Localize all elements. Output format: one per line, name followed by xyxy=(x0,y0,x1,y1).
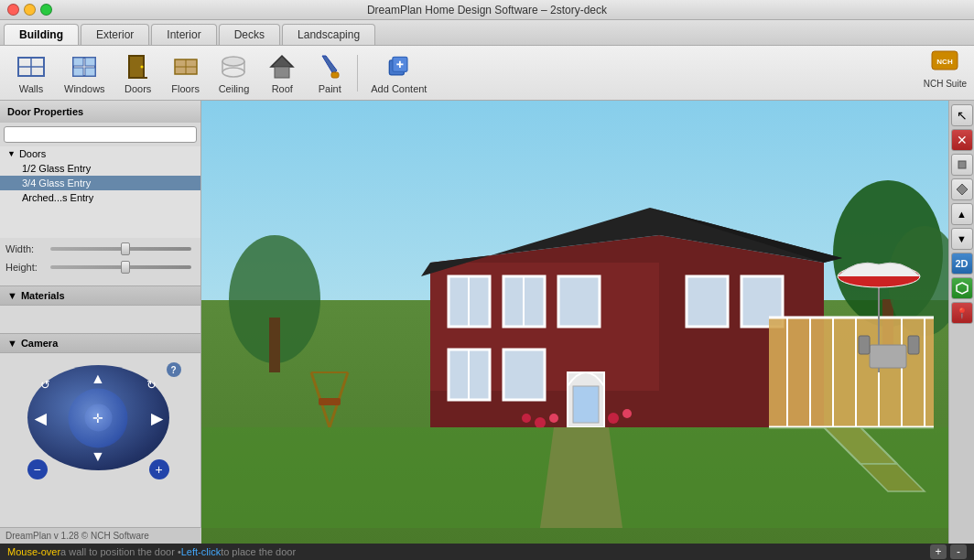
svg-marker-81 xyxy=(957,283,968,294)
camera-help-button[interactable]: ? xyxy=(167,362,181,377)
minimize-button[interactable] xyxy=(24,4,36,16)
width-slider[interactable] xyxy=(50,247,191,251)
left-panel: Door Properties ▼ Doors 1/2 Glass Entry … xyxy=(0,101,201,544)
half-glass-label: 1/2 Glass Entry xyxy=(22,163,91,174)
pin-button[interactable]: 📍 xyxy=(951,302,973,324)
tab-bar: Building Exterior Interior Decks Landsca… xyxy=(0,20,974,46)
select-tool-button[interactable]: ↖ xyxy=(951,104,973,126)
svg-point-75 xyxy=(522,414,531,423)
door-tree: ▼ Doors 1/2 Glass Entry 3/4 Glass Entry … xyxy=(0,146,200,238)
camera-rotate-left-button[interactable]: ↺ xyxy=(40,378,50,392)
floor-up-button[interactable]: ▲ xyxy=(951,203,973,225)
floors-icon xyxy=(171,52,200,81)
camera-inner-ring[interactable]: ✛ xyxy=(69,388,128,447)
scene-background xyxy=(201,101,948,544)
svg-rect-78 xyxy=(201,427,948,528)
2d-view-button[interactable]: 2D xyxy=(951,253,973,275)
house-svg xyxy=(201,101,948,544)
camera-section: ? ▲ ▼ ◀ ▶ ↺ ↻ xyxy=(0,353,200,487)
tree-arched-entry[interactable]: Arched...s Entry xyxy=(0,190,200,205)
tree-half-glass[interactable]: 1/2 Glass Entry xyxy=(0,161,200,176)
zoom-controls: − + xyxy=(27,459,169,479)
windows-label: Windows xyxy=(64,83,105,94)
svg-rect-48 xyxy=(573,386,599,423)
3d-view-button[interactable] xyxy=(951,277,973,299)
ceiling-icon xyxy=(219,52,248,81)
3d-viewport[interactable] xyxy=(201,101,948,544)
svg-rect-19 xyxy=(275,67,289,78)
height-slider[interactable] xyxy=(50,265,191,269)
search-section xyxy=(0,123,200,146)
zoom-in-button[interactable]: + xyxy=(930,544,947,559)
camera-rotate-right-button[interactable]: ↻ xyxy=(146,378,157,392)
floors-label: Floors xyxy=(171,83,200,94)
svg-rect-72 xyxy=(319,398,341,405)
tab-decks[interactable]: Decks xyxy=(219,24,280,45)
camera-outer-ring[interactable]: ▲ ▼ ◀ ▶ ↺ ↻ xyxy=(27,365,169,470)
material-button[interactable] xyxy=(951,178,973,200)
materials-section-header[interactable]: ▼ Materials xyxy=(0,285,200,306)
toolbar-floors[interactable]: Floors xyxy=(162,48,210,98)
right-toolbar: ↖ ✕ ▲ ▼ 2D 📍 xyxy=(948,101,974,544)
height-thumb[interactable] xyxy=(121,261,130,274)
walls-icon xyxy=(16,52,46,81)
svg-point-73 xyxy=(535,417,546,428)
windows-icon xyxy=(70,52,99,81)
version-bar: DreamPlan v 1.28 © NCH Software xyxy=(0,527,201,544)
svg-point-76 xyxy=(608,413,619,424)
maximize-button[interactable] xyxy=(40,4,52,16)
tab-building[interactable]: Building xyxy=(4,24,79,45)
nch-suite-button[interactable]: NCH NCH Suite xyxy=(924,49,967,89)
toolbar-walls[interactable]: Walls xyxy=(7,48,55,98)
title-bar: DreamPlan Home Design Software – 2story-… xyxy=(0,0,974,20)
floor-down-button[interactable]: ▼ xyxy=(951,228,973,250)
status-bar: Mouse-over a wall to position the door •… xyxy=(0,544,974,560)
svg-rect-28 xyxy=(269,318,280,372)
zoom-out-camera-button[interactable]: − xyxy=(27,459,48,479)
camera-control-container: ? ▲ ▼ ◀ ▶ ↺ ↻ xyxy=(18,361,183,479)
camera-left-button[interactable]: ◀ xyxy=(35,409,46,426)
delete-tool-button[interactable]: ✕ xyxy=(951,129,973,151)
zoom-out-button[interactable]: - xyxy=(950,544,967,559)
tree-doors-root[interactable]: ▼ Doors xyxy=(0,146,200,161)
toolbar-paint[interactable]: Paint xyxy=(306,48,353,98)
ceiling-label: Ceiling xyxy=(219,83,250,94)
svg-marker-80 xyxy=(957,184,968,195)
camera-right-button[interactable]: ▶ xyxy=(151,409,162,426)
camera-title: Camera xyxy=(21,338,58,349)
toolbar-ceiling[interactable]: Ceiling xyxy=(210,48,259,98)
tab-exterior[interactable]: Exterior xyxy=(81,24,149,45)
toolbar-divider xyxy=(357,55,358,92)
camera-up-button[interactable]: ▲ xyxy=(91,371,105,387)
materials-title: Materials xyxy=(21,290,65,301)
3d-object-button[interactable] xyxy=(951,154,973,176)
close-button[interactable] xyxy=(7,4,19,16)
camera-center[interactable]: ✛ xyxy=(84,404,112,432)
svg-rect-4 xyxy=(73,58,83,66)
tree-three-quarter-glass[interactable]: 3/4 Glass Entry xyxy=(0,176,200,190)
three-quarter-glass-label: 3/4 Glass Entry xyxy=(22,178,91,188)
svg-rect-68 xyxy=(908,336,919,354)
svg-point-74 xyxy=(549,414,558,423)
tab-landscaping[interactable]: Landscaping xyxy=(282,24,375,45)
svg-rect-46 xyxy=(503,350,545,400)
tab-interior[interactable]: Interior xyxy=(151,24,216,45)
width-label: Width: xyxy=(5,243,47,254)
help-icon: ? xyxy=(170,365,176,375)
door-search-input[interactable] xyxy=(4,126,197,143)
toolbar-doors[interactable]: Doors xyxy=(114,48,162,98)
camera-section-header[interactable]: ▼ Camera xyxy=(0,333,200,353)
zoom-in-camera-button[interactable]: + xyxy=(149,459,169,479)
width-thumb[interactable] xyxy=(121,242,130,255)
toolbar-addcontent[interactable]: Add Content xyxy=(362,48,436,98)
doors-label: Doors xyxy=(124,83,151,94)
mouse-over-text: Mouse-over xyxy=(7,546,60,557)
toolbar-windows[interactable]: Windows xyxy=(55,48,114,98)
paint-icon xyxy=(315,52,344,81)
svg-point-9 xyxy=(140,65,143,68)
arched-entry-label: Arched...s Entry xyxy=(22,192,93,203)
status-part1: a wall to position the door • xyxy=(60,546,181,557)
svg-point-15 xyxy=(222,68,244,77)
window-controls[interactable] xyxy=(7,4,52,16)
toolbar-roof[interactable]: Roof xyxy=(258,48,306,98)
